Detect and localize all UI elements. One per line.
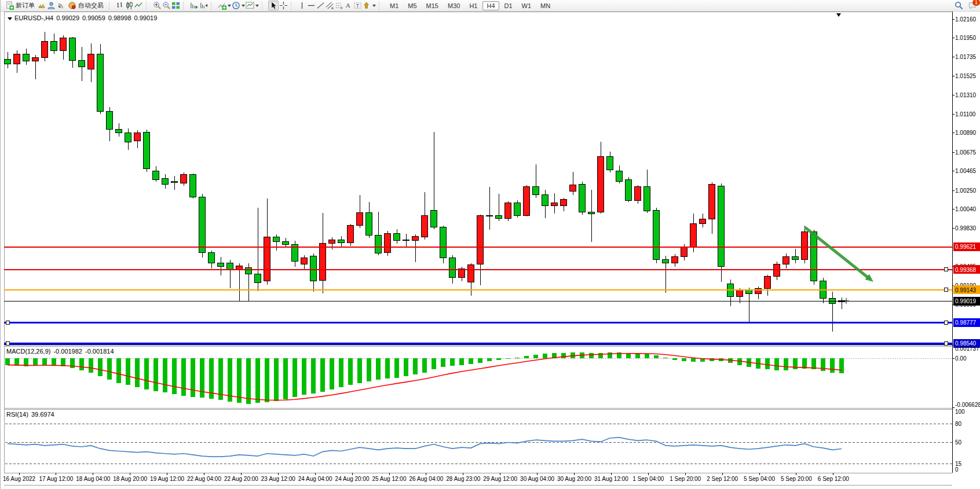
vertical-line-tool-icon[interactable] [297, 1, 306, 10]
new-order-label: 新订单 [16, 1, 35, 10]
price-badge-label: 0.99368 [955, 267, 977, 273]
macd-histogram-bar [135, 358, 140, 387]
line-handle[interactable] [6, 321, 9, 325]
candlestick-chart-icon[interactable] [125, 1, 134, 10]
macd-histogram-bar [5, 358, 10, 365]
text-label-tool-icon[interactable]: T [353, 1, 362, 10]
candle [690, 224, 697, 247]
zoom-out-icon[interactable] [162, 1, 171, 10]
template-caret[interactable] [255, 5, 259, 7]
candle [403, 240, 409, 241]
candle [310, 256, 317, 281]
signals-icon[interactable] [56, 1, 65, 10]
candle [162, 179, 169, 184]
candle [42, 42, 48, 58]
macd-signal-value: -0.001814 [85, 348, 114, 355]
line-chart-icon[interactable] [134, 1, 143, 10]
macd-histogram-bar [654, 355, 659, 358]
timeframe-MN[interactable]: MN [536, 1, 554, 10]
arrows-tool-caret[interactable] [372, 5, 376, 7]
chart-header: EURUSD-,H40.990290.990590.989980.99019 [8, 14, 157, 21]
candle [107, 112, 113, 130]
auto-scroll-icon[interactable] [189, 1, 199, 10]
timeframe-M1[interactable]: M1 [386, 1, 403, 10]
market-depth-icon[interactable] [37, 1, 46, 10]
bar-chart-icon[interactable] [115, 1, 125, 10]
chart-canvas[interactable]: 1.021601.019501.017351.015251.013101.011… [1, 12, 980, 489]
community-icon[interactable] [46, 1, 56, 10]
candle [505, 203, 511, 218]
candle [357, 213, 363, 226]
price-tick-label: 1.01310 [955, 92, 977, 98]
time-axis-label: 31 Aug 12:00 [594, 476, 628, 482]
symbol-dropdown-icon[interactable] [8, 17, 12, 20]
chart-shift-marker[interactable] [836, 13, 841, 17]
candle [570, 185, 576, 192]
macd-histogram-bar [533, 355, 538, 358]
horizontal-line-tool-icon[interactable] [306, 1, 316, 10]
time-axis-label: 30 Aug 04:00 [520, 476, 554, 482]
candle [264, 237, 270, 281]
notifications-icon[interactable]: 1 [968, 1, 977, 10]
timeframe-M15[interactable]: M15 [422, 1, 443, 10]
macd-histogram-bar [255, 358, 260, 403]
candle [700, 219, 706, 224]
new-order-button[interactable]: 新订单 [2, 1, 37, 10]
time-axis-label: 29 Aug 12:00 [483, 476, 517, 482]
candle [385, 234, 391, 253]
timeframe-H1[interactable]: H1 [465, 1, 481, 10]
macd-histogram-bar [543, 354, 547, 358]
macd-histogram-bar [116, 358, 121, 383]
timeframe-M5[interactable]: M5 [404, 1, 420, 10]
template-icon[interactable] [245, 1, 254, 10]
indicators-icon[interactable] [217, 1, 226, 10]
equidistant-channel-tool-icon[interactable]: E [325, 1, 334, 10]
macd-histogram-bar [672, 358, 677, 360]
zoom-in-icon[interactable] [152, 1, 162, 10]
period-icon[interactable] [231, 1, 240, 10]
text-tool-icon[interactable]: A [343, 1, 353, 10]
svg-text:F: F [341, 6, 343, 10]
macd-histogram-bar [524, 356, 529, 358]
candle [255, 274, 261, 283]
candle [227, 263, 233, 270]
auto-trading-button[interactable]: 自动交易 [65, 1, 106, 10]
macd-histogram-bar [635, 354, 640, 358]
candle [542, 195, 548, 206]
search-icon[interactable] [954, 1, 963, 10]
candle [348, 226, 354, 242]
timeframe-D1[interactable]: D1 [500, 1, 517, 10]
price-tick-label: 0.99830 [955, 225, 977, 231]
timeframe-W1[interactable]: W1 [518, 1, 536, 10]
cursor-icon[interactable] [268, 1, 279, 10]
candle [616, 171, 623, 182]
time-axis-label: 5 Sep 20:00 [781, 476, 812, 482]
line-handle[interactable] [944, 268, 948, 271]
time-axis-label: 23 Aug 12:00 [261, 476, 295, 482]
line-handle[interactable] [944, 321, 948, 325]
macd-histogram-bar [394, 358, 399, 378]
line-handle[interactable] [944, 288, 948, 292]
chart-area[interactable]: 1.021601.019501.017351.015251.013101.011… [1, 12, 980, 489]
ohlc-low: 0.98998 [108, 14, 131, 21]
tile-windows-icon[interactable] [171, 1, 180, 10]
trendline-tool-icon[interactable] [316, 1, 325, 10]
line-handle[interactable] [6, 342, 9, 345]
candle [125, 133, 131, 142]
macd-histogram-bar [496, 358, 501, 360]
chart-shift-icon[interactable] [199, 1, 208, 10]
time-axis-label: 16 Aug 2022 [3, 476, 36, 482]
main-toolbar: 新订单 自动交易 [1, 0, 980, 12]
candle [783, 257, 789, 264]
line-handle[interactable] [944, 342, 948, 345]
timeframe-M30[interactable]: M30 [444, 1, 464, 10]
arrows-tool-icon[interactable] [362, 1, 371, 10]
fibonacci-tool-icon[interactable]: F [334, 1, 343, 10]
timeframe-H4[interactable]: H4 [482, 1, 499, 10]
price-tick-label: 1.01525 [955, 73, 977, 79]
macd-histogram-bar [441, 358, 445, 367]
candle [116, 130, 122, 133]
crosshair-icon[interactable] [279, 1, 288, 10]
macd-histogram-bar [422, 358, 427, 373]
candle [236, 266, 243, 269]
